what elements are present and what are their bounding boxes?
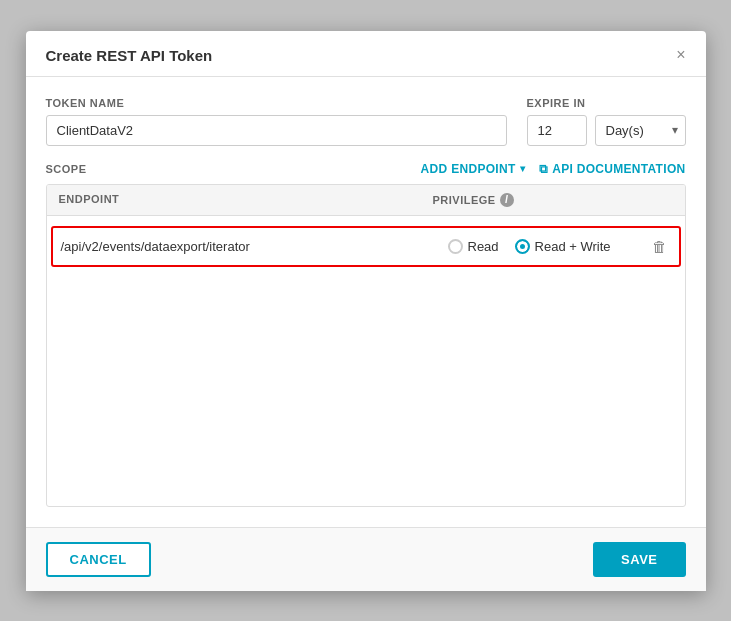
delete-endpoint-button[interactable]: 🗑 [648, 236, 671, 257]
expire-unit-wrapper: Day(s) Hour(s) Minute(s) [595, 115, 686, 146]
expire-in-group: EXPIRE IN Day(s) Hour(s) Minute(s) [527, 97, 686, 146]
external-link-icon: ⧉ [539, 162, 548, 176]
token-name-input[interactable] [46, 115, 507, 146]
read-write-option[interactable]: Read + Write [515, 239, 611, 254]
api-doc-label: API DOCUMENTATION [552, 162, 685, 176]
api-documentation-link[interactable]: ⧉ API DOCUMENTATION [539, 162, 686, 176]
expire-unit-select[interactable]: Day(s) Hour(s) Minute(s) [595, 115, 686, 146]
token-name-label: TOKEN NAME [46, 97, 507, 109]
expire-in-label: EXPIRE IN [527, 97, 686, 109]
table-header: ENDPOINT PRIVILEGE i [47, 185, 685, 216]
chevron-down-icon: ▾ [520, 163, 525, 174]
table-body: /api/v2/events/dataexport/iterator Read … [47, 216, 685, 277]
add-endpoint-button[interactable]: ADD ENDPOINT ▾ [421, 162, 525, 176]
scope-table: ENDPOINT PRIVILEGE i /api/v2/events/data… [46, 184, 686, 507]
read-option[interactable]: Read [448, 239, 499, 254]
dialog-title: Create REST API Token [46, 47, 213, 64]
read-write-radio[interactable] [515, 239, 530, 254]
read-radio[interactable] [448, 239, 463, 254]
top-form-row: TOKEN NAME EXPIRE IN Day(s) Hour(s) Minu… [46, 97, 686, 146]
scope-actions: ADD ENDPOINT ▾ ⧉ API DOCUMENTATION [421, 162, 686, 176]
dialog-footer: CANCEL SAVE [26, 527, 706, 591]
dialog-body: TOKEN NAME EXPIRE IN Day(s) Hour(s) Minu… [26, 77, 706, 527]
add-endpoint-label: ADD ENDPOINT [421, 162, 516, 176]
privilege-info-icon[interactable]: i [500, 193, 514, 207]
cancel-button[interactable]: CANCEL [46, 542, 151, 577]
close-button[interactable]: × [676, 47, 685, 63]
save-button[interactable]: SAVE [593, 542, 685, 577]
read-write-label: Read + Write [535, 239, 611, 254]
col-privilege-header: PRIVILEGE i [433, 193, 673, 207]
col-endpoint-header: ENDPOINT [59, 193, 433, 207]
token-name-group: TOKEN NAME [46, 97, 507, 146]
dialog-header: Create REST API Token × [26, 31, 706, 77]
privilege-options: Read Read + Write [448, 239, 648, 254]
read-label: Read [468, 239, 499, 254]
scope-header: SCOPE ADD ENDPOINT ▾ ⧉ API DOCUMENTATION [46, 162, 686, 176]
endpoint-path: /api/v2/events/dataexport/iterator [61, 239, 448, 254]
create-api-token-dialog: Create REST API Token × TOKEN NAME EXPIR… [26, 31, 706, 591]
expire-number-input[interactable] [527, 115, 587, 146]
expire-row: Day(s) Hour(s) Minute(s) [527, 115, 686, 146]
scope-label: SCOPE [46, 163, 87, 175]
table-row: /api/v2/events/dataexport/iterator Read … [51, 226, 681, 267]
